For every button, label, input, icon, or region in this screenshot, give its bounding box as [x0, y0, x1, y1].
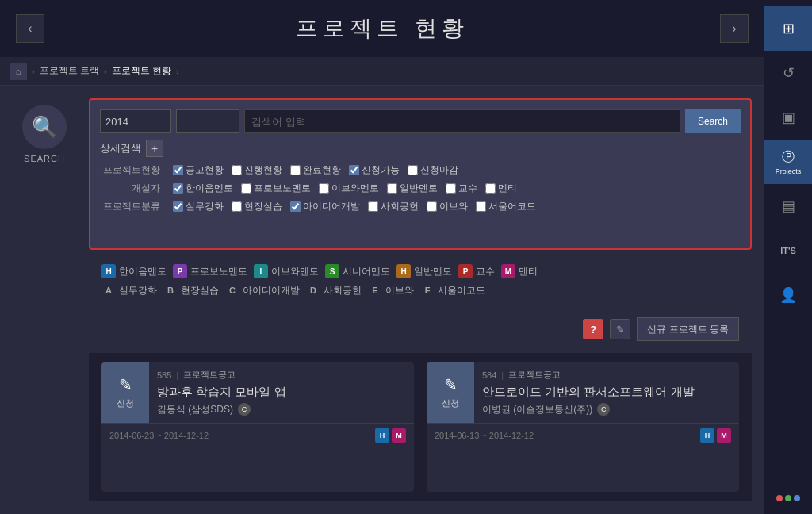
- checkbox-현장실습[interactable]: [232, 201, 242, 212]
- checkbox-일반멘토[interactable]: [387, 183, 397, 194]
- card-meta-584: 584 | 프로젝트공고: [482, 369, 731, 381]
- filter-item-실무강화[interactable]: 실무강화: [173, 200, 224, 213]
- plus-icon: +: [151, 142, 158, 155]
- filter-item-교수[interactable]: 교수: [446, 182, 477, 195]
- filter-item-공고현황[interactable]: 공고현황: [173, 163, 224, 177]
- sidebar-its-icon[interactable]: IT'S: [764, 228, 812, 273]
- filter-item-프로보노멘토[interactable]: 프로보노멘토: [241, 182, 311, 195]
- card-footer-584: 2014-06-13 ~ 2014-12-12 H M: [427, 423, 739, 447]
- filter-item-이브와멘토[interactable]: 이브와멘토: [319, 182, 379, 195]
- advanced-toggle-button[interactable]: +: [146, 140, 163, 157]
- tag-시니어멘토: S 시니어멘토: [325, 264, 390, 278]
- prev-icon: ‹: [28, 21, 32, 36]
- sidebar-grid-icon[interactable]: ⊞: [764, 6, 812, 51]
- letter-A: A: [102, 283, 116, 297]
- sidebar-user-icon[interactable]: 👤: [764, 273, 812, 317]
- checkbox-공고현황[interactable]: [173, 165, 183, 175]
- checkbox-서울어코드[interactable]: [476, 201, 486, 212]
- sidebar-chat-icon[interactable]: ▤: [764, 184, 812, 228]
- header: ‹ 프로젝트 현황 ›: [0, 0, 764, 57]
- filter-item-일반멘토[interactable]: 일반멘토: [387, 182, 438, 195]
- search-input[interactable]: [244, 109, 680, 133]
- checkbox-실무강화[interactable]: [173, 201, 183, 212]
- filter-item-이브와[interactable]: 이브와: [427, 200, 468, 213]
- card-info-585[interactable]: 585 | 프로젝트공고 방과후 학습지 모바일 앱 김동식 (삼성SDS) C: [149, 362, 414, 423]
- checkbox-완료현황[interactable]: [290, 165, 301, 175]
- checkbox-멘티[interactable]: [485, 183, 496, 194]
- page-title: 프로젝트 현황: [296, 13, 469, 44]
- checkbox-프로보노멘토[interactable]: [241, 183, 251, 194]
- label-실무강화: 실무강화: [186, 200, 224, 213]
- search-icon: 🔍: [32, 115, 57, 140]
- main-area: ‹ 프로젝트 현황 › ⌂ › 프로젝트 트랙 › 프로젝트 현황 › 🔍 SE…: [0, 0, 764, 514]
- filter-item-완료현황[interactable]: 완료현황: [290, 163, 341, 177]
- next-button[interactable]: ›: [720, 14, 749, 43]
- tag-한이음멘토: H 한이음멘토: [102, 264, 167, 278]
- label-신청가능: 신청가능: [362, 163, 400, 177]
- projects-symbol: Ⓟ: [782, 149, 795, 166]
- checkbox-사회공헌[interactable]: [368, 201, 378, 212]
- edit-button[interactable]: ✎: [610, 319, 630, 339]
- sidebar-projects-icon[interactable]: Ⓟ Projects: [764, 140, 812, 184]
- help-button[interactable]: ?: [583, 319, 603, 339]
- label-프로보노멘토: 프로보노멘토: [254, 182, 311, 195]
- checkbox-이브와멘토[interactable]: [319, 183, 329, 194]
- filter-items-type: 실무강화 현장실습 아이디어개발: [173, 200, 536, 213]
- filter-item-신청마감[interactable]: 신청마감: [408, 163, 458, 177]
- prev-button[interactable]: ‹: [16, 14, 44, 43]
- filter-item-진행현황[interactable]: 진행현황: [232, 163, 282, 177]
- sidebar-monitor-icon[interactable]: ▣: [764, 95, 812, 140]
- tag-label-현장실습: 현장실습: [181, 284, 219, 297]
- checkbox-신청가능[interactable]: [349, 165, 359, 175]
- filter-item-아이디어개발[interactable]: 아이디어개발: [290, 200, 360, 213]
- card-title-584: 안드로이드 기반의 판서소프트웨어 개발: [482, 384, 731, 400]
- card-info-584[interactable]: 584 | 프로젝트공고 안드로이드 기반의 판서소프트웨어 개발 이병권 (이…: [474, 362, 739, 423]
- label-한이음멘토: 한이음멘토: [186, 182, 233, 195]
- checkbox-신청마감[interactable]: [408, 165, 418, 175]
- tag-사회공헌: D 사회공헌: [306, 283, 362, 297]
- register-button[interactable]: 신규 프로젝트 등록: [637, 317, 739, 341]
- search-panel: 2014 2013 2012 Search 상세검색 +: [89, 98, 752, 250]
- filter-item-한이음멘토[interactable]: 한이음멘토: [173, 182, 233, 195]
- card-date-584: 2014-06-13 ~ 2014-12-12: [435, 431, 534, 440]
- monitor-symbol: ▣: [782, 109, 795, 126]
- filter-items-status: 공고현황 진행현황 완료현황: [173, 163, 458, 177]
- tag-label-이브와: 이브와: [385, 284, 414, 297]
- badge-I-teal: I: [254, 264, 268, 278]
- category-select[interactable]: [176, 109, 239, 133]
- checkbox-교수[interactable]: [446, 183, 456, 194]
- breadcrumb-home[interactable]: ⌂: [10, 63, 27, 80]
- checkbox-진행현황[interactable]: [232, 165, 242, 175]
- search-button[interactable]: Search: [685, 109, 741, 133]
- letter-F: F: [420, 283, 435, 297]
- checkbox-이브와[interactable]: [427, 201, 437, 212]
- filter-item-신청가능[interactable]: 신청가능: [349, 163, 400, 177]
- label-멘티: 멘티: [498, 182, 517, 195]
- tag-label-멘티: 멘티: [519, 265, 538, 278]
- author-name-584: 이병권 (이슬정보통신(주)): [482, 403, 592, 416]
- content-area: 🔍 SEARCH 2014 2013 2012 Search: [0, 86, 764, 514]
- filter-item-서울어코드[interactable]: 서울어코드: [476, 200, 536, 213]
- filter-item-현장실습[interactable]: 현장실습: [232, 200, 282, 213]
- home-icon: ⌂: [16, 67, 21, 76]
- tag-label-실무강화: 실무강화: [119, 284, 157, 297]
- label-아이디어개발: 아이디어개발: [303, 200, 360, 213]
- badge-P-red: P: [458, 264, 473, 278]
- label-진행현황: 진행현황: [244, 163, 282, 177]
- year-select[interactable]: 2014 2013 2012: [100, 109, 171, 133]
- card-type-584: 프로젝트공고: [508, 369, 561, 381]
- mentor-tag-row: H 한이음멘토 P 프로보노멘토 I 이브와멘토 S 시니어멘토: [102, 264, 739, 278]
- tag-이브와멘토: I 이브와멘토: [254, 264, 319, 278]
- sidebar-refresh-icon[interactable]: ↺: [764, 51, 812, 95]
- filter-item-사회공헌[interactable]: 사회공헌: [368, 200, 419, 213]
- user-symbol: 👤: [779, 286, 797, 304]
- checkbox-아이디어개발[interactable]: [290, 201, 301, 212]
- next-icon: ›: [732, 21, 736, 36]
- checkbox-한이음멘토[interactable]: [173, 183, 183, 194]
- breadcrumb-track[interactable]: 프로젝트 트랙: [40, 64, 99, 78]
- letter-B: B: [163, 283, 178, 297]
- tag-label-서울어코드: 서울어코드: [438, 284, 485, 297]
- label-서울어코드: 서울어코드: [488, 200, 536, 213]
- filter-item-멘티[interactable]: 멘티: [485, 182, 517, 195]
- card-meta-585: 585 | 프로젝트공고: [157, 369, 406, 381]
